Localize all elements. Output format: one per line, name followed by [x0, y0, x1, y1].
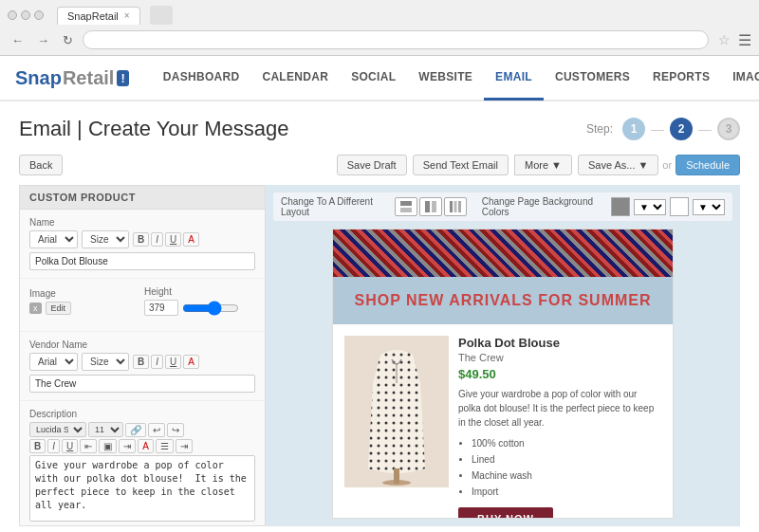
nav-item-calendar[interactable]: CALENDAR — [250, 55, 340, 101]
svg-rect-7 — [458, 201, 461, 212]
vendor-name-input[interactable] — [29, 375, 255, 393]
desc-font-select[interactable]: Lucida S... — [29, 422, 86, 437]
product-bullets: 100% cotton Lined Machine wash Import — [458, 435, 661, 500]
edit-image-button[interactable]: Edit — [46, 302, 72, 315]
vendor-size-select[interactable]: Size — [82, 353, 129, 371]
height-label: Height — [144, 286, 255, 297]
nav-item-customers[interactable]: CUSTOMERS — [544, 55, 641, 101]
back-button[interactable]: ← — [8, 31, 28, 49]
save-draft-button[interactable]: Save Draft — [337, 155, 407, 175]
remove-image-button[interactable]: x — [29, 303, 42, 314]
desc-format-toolbar-2: B I U ⇤ ▣ ⇥ A ☰ ⇥ — [29, 439, 255, 453]
description-textarea[interactable]: Give your wardrobe a pop of color with o… — [29, 455, 255, 522]
layout-btn-2[interactable] — [419, 197, 442, 216]
maximize-dot[interactable] — [34, 10, 44, 20]
tab-title: SnapRetail — [67, 10, 119, 22]
height-input[interactable] — [144, 300, 178, 316]
nav-item-dashboard[interactable]: DASHBOARD — [152, 55, 251, 101]
nav-item-email[interactable]: EMAIL — [484, 55, 544, 101]
vendor-italic-button[interactable]: I — [151, 355, 163, 369]
underline-button[interactable]: U — [165, 232, 181, 247]
send-text-email-button[interactable]: Send Text Email — [413, 155, 509, 175]
desc-align-right[interactable]: ⇥ — [119, 439, 136, 453]
vendor-color-button[interactable]: A — [183, 355, 199, 369]
back-page-button[interactable]: Back — [19, 155, 63, 175]
step-1: 1 — [622, 118, 645, 140]
menu-icon[interactable]: ☰ — [738, 31, 751, 49]
nav-item-social[interactable]: SOCIAL — [340, 55, 407, 101]
refresh-button[interactable]: ↻ — [59, 31, 77, 49]
vendor-section: Vendor Name Arial Size B I U — [20, 332, 265, 401]
vendor-font-select[interactable]: Arial — [29, 353, 78, 371]
height-slider[interactable] — [182, 301, 239, 316]
layout-btn-1[interactable] — [395, 197, 417, 216]
desc-italic-button[interactable]: I — [47, 439, 60, 453]
svg-rect-5 — [450, 201, 453, 212]
browser-tab[interactable]: SnapRetail × — [57, 7, 140, 25]
desc-link-button[interactable]: 🔗 — [125, 423, 146, 437]
page-toolbar: Back Save Draft Send Text Email More ▼ S… — [19, 155, 740, 175]
name-format-toolbar: B I U A — [133, 232, 199, 247]
page-header: Email | Create Your Message Step: 1 — 2 … — [19, 117, 740, 141]
vendor-bold-button[interactable]: B — [133, 355, 149, 369]
product-name-input[interactable] — [29, 252, 255, 270]
preview-toolbar: Change To A Different Layout — [273, 193, 732, 221]
change-layout-label: Change To A Different Layout — [281, 196, 387, 217]
page-content: Email | Create Your Message Step: 1 — 2 … — [0, 101, 759, 532]
nav-item-images[interactable]: IMAGES — [721, 55, 759, 101]
bg-color-box-2[interactable] — [670, 197, 689, 216]
vendor-underline-button[interactable]: U — [165, 355, 181, 369]
name-size-select[interactable]: Size — [82, 230, 129, 248]
desc-size-select[interactable]: 11 — [88, 422, 123, 437]
step-label: Step: — [586, 122, 613, 136]
italic-button[interactable]: I — [151, 232, 163, 247]
color-dropdown-2[interactable]: ▼ — [693, 199, 725, 215]
desc-align-left[interactable]: ⇤ — [80, 439, 97, 453]
desc-back-button[interactable]: ↩ — [148, 423, 165, 437]
or-label: or — [662, 159, 672, 171]
new-tab-button[interactable] — [150, 6, 173, 25]
product-vendor: The Crew — [458, 352, 661, 363]
svg-rect-6 — [454, 201, 456, 212]
color-button[interactable]: A — [183, 232, 199, 247]
image-section: Image x Edit Height — [20, 279, 265, 332]
desc-indent-btn[interactable]: ⇥ — [176, 439, 193, 453]
color-dropdown-1[interactable]: ▼ — [634, 199, 666, 215]
desc-underline-button[interactable]: U — [62, 439, 78, 453]
bookmark-icon[interactable]: ☆ — [718, 32, 731, 47]
close-dot[interactable] — [8, 10, 17, 20]
buy-now-button[interactable]: BUY NOW — [458, 507, 553, 519]
desc-format-toolbar: Lucida S... 11 🔗 ↩ ↪ — [29, 422, 255, 437]
address-bar[interactable] — [83, 30, 709, 49]
forward-button[interactable]: → — [33, 31, 53, 49]
email-preview: Change To A Different Layout — [266, 185, 740, 526]
more-button-group: More ▼ — [514, 155, 572, 175]
more-button[interactable]: More ▼ — [514, 155, 572, 175]
desc-forward-button[interactable]: ↪ — [167, 423, 184, 437]
name-font-select[interactable]: Arial — [29, 230, 78, 248]
desc-align-center[interactable]: ▣ — [99, 439, 117, 453]
bg-color-box-1[interactable] — [611, 197, 630, 216]
svg-rect-1 — [400, 201, 412, 206]
step-3: 3 — [717, 118, 740, 140]
address-input[interactable] — [93, 34, 698, 46]
minimize-dot[interactable] — [21, 10, 30, 20]
nav-item-reports[interactable]: REPORTS — [641, 55, 721, 101]
logo[interactable]: Snap Retail ! — [15, 67, 129, 89]
svg-rect-3 — [425, 201, 430, 212]
save-as-button[interactable]: Save As... ▼ — [578, 155, 658, 175]
steps-indicator: Step: 1 — 2 — 3 — [586, 118, 740, 140]
image-label: Image — [29, 288, 140, 299]
bold-button[interactable]: B — [133, 232, 149, 247]
schedule-button[interactable]: Schedule — [676, 155, 740, 175]
sidebar: Custom Product Name Arial Size — [19, 185, 266, 526]
nav-items: DASHBOARD CALENDAR SOCIAL WEBSITE EMAIL … — [152, 55, 759, 101]
tab-close-icon[interactable]: × — [124, 10, 130, 21]
vendor-label: Vendor Name — [29, 339, 255, 350]
desc-color-btn[interactable]: A — [138, 439, 154, 453]
nav-item-website[interactable]: WEBSITE — [407, 55, 484, 101]
desc-bold-button[interactable]: B — [29, 439, 46, 453]
layout-btn-3[interactable] — [444, 197, 467, 216]
desc-list-btn[interactable]: ☰ — [156, 439, 174, 453]
logo-retail: Retail — [63, 67, 114, 89]
